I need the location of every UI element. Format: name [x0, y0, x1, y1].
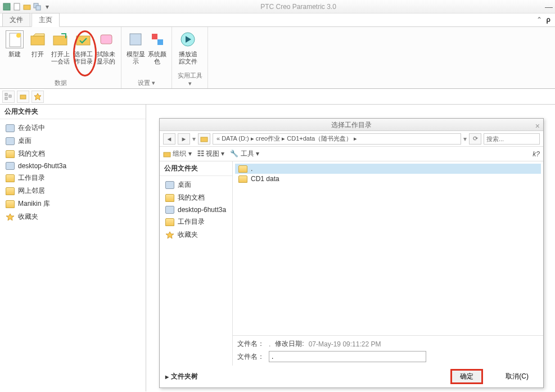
open-last-button[interactable]: 打开上一会话: [49, 29, 72, 78]
svg-rect-23: [201, 137, 207, 142]
select-wd-button[interactable]: 选择工作目录: [72, 29, 95, 78]
open-icon: [29, 30, 47, 48]
folder-tree-toggle[interactable]: ▸ 文件夹树: [165, 372, 198, 381]
group-data-label: 数据: [3, 78, 118, 87]
file-list: . CD1 data: [233, 161, 543, 335]
folder-icon: [6, 200, 15, 208]
qat-open-icon[interactable]: [22, 2, 31, 11]
ribbon-tabs: 文件 主页 ⌃ ρ: [0, 13, 555, 27]
qat-windows-icon[interactable]: [33, 2, 42, 11]
folder-icon: [165, 218, 174, 226]
folder-icon: [6, 150, 15, 158]
folder-icon: [238, 175, 247, 183]
sidebar-item-computer[interactable]: desktop-6hutt3a: [0, 160, 146, 172]
qat-dropdown-icon[interactable]: ▾: [43, 2, 52, 11]
folder-tree-icon[interactable]: [17, 91, 29, 103]
erase-button[interactable]: 拭除未显示的: [94, 29, 118, 78]
monitor-icon: [6, 124, 15, 132]
sidebar-item-network[interactable]: 网上邻居: [0, 184, 146, 197]
open-last-icon: [51, 30, 69, 48]
file-item-current[interactable]: .: [235, 164, 541, 174]
play-trail-button[interactable]: 播放追踪文件: [175, 29, 200, 70]
star-icon: [165, 231, 174, 239]
search-input[interactable]: [484, 133, 540, 145]
sys-color-icon: [148, 30, 166, 48]
ok-button[interactable]: 确定: [450, 369, 483, 384]
svg-rect-18: [5, 97, 7, 100]
computer-icon: [165, 206, 174, 214]
sidebar-item-workdir[interactable]: 工作目录: [0, 172, 146, 184]
file-item-cd1data[interactable]: CD1 data: [235, 174, 541, 184]
dialog-content: . CD1 data 文件名： . 修改日期: 07-May-19 09:11:…: [233, 161, 543, 366]
dialog-toolbar: 组织 ▾ ☷ 视图 ▾ 🔧 工具 ▾ k?: [160, 147, 543, 161]
dialog-sidebar-computer[interactable]: desktop-6hutt3a: [160, 204, 232, 215]
star-icon: [6, 213, 15, 221]
svg-rect-11: [101, 35, 112, 44]
dialog-footer: 文件名： . 修改日期: 07-May-19 09:11:22 PM 文件名：: [233, 335, 543, 366]
svg-marker-22: [6, 214, 14, 220]
svg-rect-2: [24, 5, 30, 10]
cancel-button[interactable]: 取消(C): [497, 369, 538, 384]
dialog-sidebar-header: 公用文件夹: [160, 161, 232, 176]
view-menu[interactable]: ☷ 视图 ▾: [197, 149, 225, 159]
model-display-icon: [127, 30, 145, 48]
mini-toolbar: [0, 89, 555, 105]
ribbon: 新建 打开 打开上一会话 选择工作目录 拭除未显示的 数据: [0, 27, 555, 89]
sidebar-item-desktop[interactable]: 桌面: [0, 134, 146, 147]
filename-input[interactable]: [269, 351, 426, 362]
new-icon: [6, 30, 24, 48]
computer-icon: [6, 162, 15, 170]
dialog-button-bar: ▸ 文件夹树 确定 取消(C): [160, 366, 543, 388]
sidebar-item-manikin[interactable]: Manikin 库: [0, 197, 146, 210]
breadcrumb[interactable]: « DATA (D:) ▸ creo作业 ▸ CD1+data（随书光盘） ▸: [213, 133, 461, 145]
model-display-button[interactable]: 模型显示: [125, 29, 147, 78]
open-button[interactable]: 打开: [26, 29, 49, 78]
network-icon: [6, 187, 15, 195]
svg-rect-14: [157, 39, 163, 45]
dialog-sidebar-favorites[interactable]: 收藏夹: [160, 228, 232, 241]
nav-back-button[interactable]: ◄: [163, 133, 175, 145]
tools-menu[interactable]: 🔧 工具 ▾: [230, 149, 259, 159]
folder-icon: [165, 194, 174, 202]
tree-view-icon[interactable]: [2, 91, 15, 103]
sys-color-button[interactable]: 系统颜色: [147, 29, 169, 78]
svg-rect-19: [9, 95, 11, 97]
svg-rect-9: [53, 36, 67, 45]
new-button[interactable]: 新建: [3, 29, 26, 78]
title-bar: ▾ PTC Creo Parametric 3.0 —: [0, 0, 555, 13]
sidebar-item-favorites[interactable]: 收藏夹: [0, 210, 146, 223]
play-trail-icon: [179, 30, 197, 48]
svg-rect-20: [20, 95, 26, 99]
folder-icon: [6, 174, 15, 182]
svg-rect-24: [164, 152, 170, 157]
organize-menu[interactable]: 组织 ▾: [163, 149, 192, 159]
search-icon[interactable]: ρ: [547, 16, 551, 24]
select-wd-icon: [74, 30, 92, 48]
dialog-nav: ◄ ► ▾ « DATA (D:) ▸ creo作业 ▸ CD1+data（随书…: [160, 131, 543, 147]
dialog-sidebar-desktop[interactable]: 桌面: [160, 178, 232, 191]
close-icon[interactable]: ×: [535, 120, 540, 132]
nav-refresh-button[interactable]: ⟳: [469, 133, 481, 145]
help-dropdown-icon[interactable]: ⌃: [536, 16, 542, 24]
minimize-icon[interactable]: —: [545, 2, 553, 11]
qat-new-icon[interactable]: [12, 2, 21, 11]
sidebar: 公用文件夹 在会话中 桌面 我的文档 desktop-6hutt3a 工作目录 …: [0, 105, 146, 391]
help-pointer-icon[interactable]: k?: [533, 150, 540, 158]
sidebar-folder-list: 在会话中 桌面 我的文档 desktop-6hutt3a 工作目录 网上邻居 M…: [0, 119, 146, 226]
dialog-sidebar-documents[interactable]: 我的文档: [160, 191, 232, 204]
dialog-title: 选择工作目录 ×: [160, 119, 543, 131]
sidebar-item-session[interactable]: 在会话中: [0, 121, 146, 134]
tab-file[interactable]: 文件: [2, 13, 30, 26]
svg-rect-4: [36, 6, 40, 10]
svg-marker-21: [34, 93, 41, 100]
select-wd-dialog: 选择工作目录 × ◄ ► ▾ « DATA (D:) ▸ creo作业 ▸ CD…: [159, 118, 544, 388]
nav-folder-icon[interactable]: [198, 133, 210, 145]
qat-save-icon[interactable]: [2, 2, 11, 11]
dialog-sidebar-workdir[interactable]: 工作目录: [160, 215, 232, 228]
svg-rect-0: [3, 3, 10, 10]
sidebar-item-documents[interactable]: 我的文档: [0, 147, 146, 160]
nav-forward-button[interactable]: ►: [178, 133, 190, 145]
svg-rect-10: [76, 36, 90, 45]
favorites-icon[interactable]: [31, 91, 44, 103]
tab-home[interactable]: 主页: [31, 13, 60, 27]
